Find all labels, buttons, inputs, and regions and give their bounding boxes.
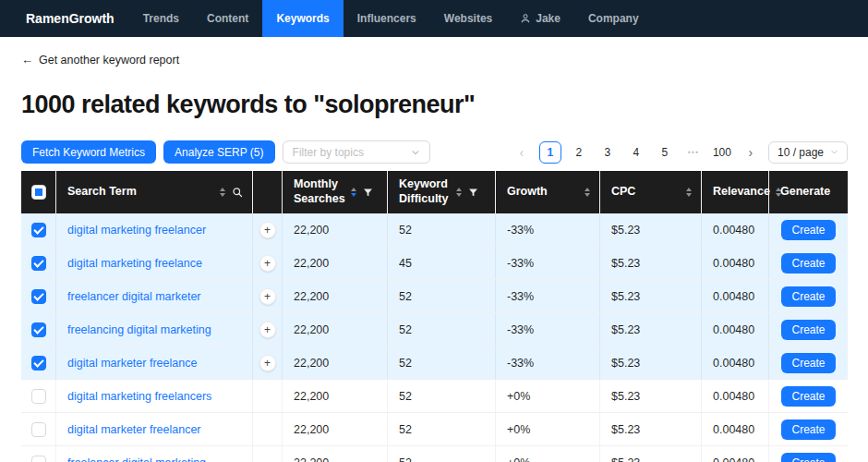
pagination-ellipsis[interactable]: ••• <box>682 141 705 164</box>
column-header-cpc[interactable]: CPC <box>600 171 702 213</box>
pagination-page-1[interactable]: 1 <box>539 141 561 164</box>
pagination-page-2[interactable]: 2 <box>568 141 590 164</box>
row-checkbox[interactable] <box>31 389 46 404</box>
nav-item-influencers[interactable]: Influencers <box>344 0 430 37</box>
keyword-link[interactable]: digital marketing freelancer <box>67 224 206 237</box>
filter-icon[interactable] <box>363 188 373 198</box>
pagination-page-3[interactable]: 3 <box>597 141 619 164</box>
pagination-page-5[interactable]: 5 <box>654 141 676 164</box>
add-keyword-button[interactable]: + <box>259 355 276 371</box>
filter-icon[interactable] <box>468 188 478 198</box>
generate-cell: Create <box>769 247 848 279</box>
create-button[interactable]: Create <box>781 453 835 462</box>
add-keyword-button[interactable]: + <box>259 255 276 272</box>
sort-icon[interactable] <box>686 188 692 197</box>
row-checkbox[interactable] <box>31 289 46 304</box>
growth-value: -33% <box>496 280 600 312</box>
table-row: digital marketer freelancer 22,200 52 +0… <box>21 413 848 446</box>
column-header-relevance[interactable]: Relevance <box>702 171 769 213</box>
pagination-prev-button[interactable]: ‹ <box>511 141 533 164</box>
column-header-generate: Generate <box>769 171 848 213</box>
row-checkbox[interactable] <box>31 456 46 462</box>
table-row: freelancer digital marketing 22,200 52 +… <box>21 446 848 462</box>
row-select-cell <box>21 380 56 412</box>
keyword-difficulty-value: 45 <box>388 247 496 279</box>
add-cell: + <box>253 313 283 346</box>
row-checkbox[interactable] <box>31 422 46 437</box>
create-button[interactable]: Create <box>781 353 835 373</box>
chevron-down-icon <box>411 148 420 157</box>
keyword-link[interactable]: digital marketing freelance <box>67 257 202 270</box>
pagination-page-4[interactable]: 4 <box>625 141 647 164</box>
table-row: digital marketing freelance + 22,200 45 … <box>21 247 848 280</box>
search-term-cell: freelancer digital marketer <box>56 280 253 312</box>
row-checkbox[interactable] <box>31 322 46 337</box>
row-checkbox[interactable] <box>31 223 46 237</box>
cpc-value: $5.23 <box>600 413 702 445</box>
select-all-checkbox[interactable] <box>31 185 46 200</box>
fetch-metrics-button[interactable]: Fetch Keyword Metrics <box>21 140 156 164</box>
create-button[interactable]: Create <box>781 419 835 440</box>
table-row: freelancing digital marketing + 22,200 5… <box>21 313 848 346</box>
generate-cell: Create <box>769 446 848 462</box>
search-icon[interactable] <box>232 187 243 198</box>
keyword-link[interactable]: digital marketer freelance <box>67 357 197 370</box>
create-button[interactable]: Create <box>781 253 835 274</box>
growth-value: +0% <box>496 446 600 462</box>
keyword-link[interactable]: freelancer digital marketing <box>67 456 206 462</box>
cpc-value: $5.23 <box>600 346 702 379</box>
search-term-cell: digital marketing freelancers <box>56 380 253 412</box>
create-button[interactable]: Create <box>781 286 835 307</box>
keyword-difficulty-value: 52 <box>388 346 496 379</box>
nav-item-websites[interactable]: Websites <box>430 0 506 37</box>
cpc-value: $5.23 <box>600 313 702 346</box>
nav-item-content[interactable]: Content <box>193 0 262 37</box>
create-button[interactable]: Create <box>781 320 835 340</box>
pagination-next-button[interactable]: › <box>740 141 762 164</box>
pagination-page-100[interactable]: 100 <box>711 141 733 164</box>
search-term-cell: digital marketer freelance <box>56 346 253 379</box>
page-size-select[interactable]: 10 / page <box>768 141 848 164</box>
column-header-growth[interactable]: Growth <box>496 171 600 213</box>
user-icon <box>520 13 531 24</box>
search-term-cell: digital marketing freelance <box>56 247 253 279</box>
row-checkbox[interactable] <box>31 256 46 271</box>
nav-item-label: Influencers <box>357 12 416 25</box>
sort-icon[interactable] <box>585 188 590 197</box>
page-title: 1000 related keywords to "solopreneur" <box>21 91 848 119</box>
generate-cell: Create <box>769 413 848 445</box>
keyword-difficulty-value: 52 <box>388 213 496 246</box>
relevance-value: 0.00480 <box>702 413 769 445</box>
keyword-link[interactable]: digital marketing freelancers <box>67 390 211 403</box>
chevron-down-icon <box>830 148 838 156</box>
keyword-link[interactable]: digital marketer freelancer <box>67 423 201 436</box>
sort-icon[interactable] <box>456 188 462 197</box>
row-checkbox[interactable] <box>31 356 46 371</box>
monthly-searches-value: 22,200 <box>283 380 388 412</box>
analyze-serp-button[interactable]: Analyze SERP (5) <box>163 140 275 164</box>
nav-item-keywords[interactable]: Keywords <box>262 0 343 37</box>
sort-icon[interactable] <box>220 188 225 197</box>
keyword-link[interactable]: freelancer digital marketer <box>67 290 201 303</box>
toolbar: Fetch Keyword Metrics Analyze SERP (5) F… <box>21 140 848 164</box>
nav-item-company[interactable]: Company <box>574 0 653 37</box>
back-link-label: Get another keyword report <box>39 54 179 67</box>
nav-item-trends[interactable]: Trends <box>129 0 193 37</box>
keyword-difficulty-value: 52 <box>388 313 496 346</box>
growth-value: -33% <box>496 247 600 279</box>
add-keyword-button[interactable]: + <box>259 288 276 305</box>
create-button[interactable]: Create <box>781 220 835 240</box>
nav-item-label: Jake <box>536 12 561 25</box>
add-keyword-button[interactable]: + <box>259 222 276 238</box>
column-header-monthly-searches[interactable]: Monthly Searches <box>283 171 388 213</box>
sort-icon[interactable] <box>351 188 356 197</box>
add-keyword-button[interactable]: + <box>259 322 276 338</box>
create-button[interactable]: Create <box>781 386 835 407</box>
back-link[interactable]: ← Get another keyword report <box>21 53 179 67</box>
keyword-link[interactable]: freelancing digital marketing <box>67 323 211 336</box>
column-header-search-term[interactable]: Search Term <box>56 171 253 213</box>
brand-logo[interactable]: RamenGrowth <box>26 11 115 26</box>
column-header-keyword-difficulty[interactable]: Keyword Difficulty <box>388 171 496 213</box>
filter-topics-select[interactable]: Filter by topics <box>283 140 430 164</box>
nav-item-jake[interactable]: Jake <box>506 0 574 37</box>
